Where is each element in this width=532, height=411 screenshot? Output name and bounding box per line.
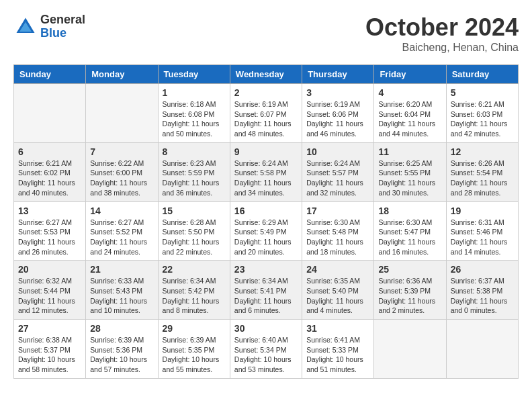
week-row-5: 27Sunrise: 6:38 AM Sunset: 5:37 PM Dayli… bbox=[14, 320, 519, 379]
day-number: 15 bbox=[163, 205, 226, 216]
day-info: Sunrise: 6:19 AM Sunset: 6:06 PM Dayligh… bbox=[306, 99, 369, 139]
day-info: Sunrise: 6:37 AM Sunset: 5:38 PM Dayligh… bbox=[451, 276, 514, 316]
day-info: Sunrise: 6:27 AM Sunset: 5:52 PM Dayligh… bbox=[90, 218, 153, 257]
calendar-cell: 6Sunrise: 6:21 AM Sunset: 6:02 PM Daylig… bbox=[14, 142, 86, 201]
location: Baicheng, Henan, China bbox=[365, 42, 519, 54]
day-info: Sunrise: 6:34 AM Sunset: 5:42 PM Dayligh… bbox=[163, 276, 226, 316]
day-number: 31 bbox=[306, 323, 369, 334]
weekday-header-monday: Monday bbox=[86, 65, 158, 84]
calendar-cell: 19Sunrise: 6:31 AM Sunset: 5:46 PM Dayli… bbox=[446, 201, 518, 261]
day-info: Sunrise: 6:30 AM Sunset: 5:47 PM Dayligh… bbox=[378, 218, 441, 257]
day-number: 13 bbox=[18, 205, 81, 216]
page-header: General Blue October 2024 Baicheng, Hena… bbox=[13, 13, 519, 54]
calendar-cell: 31Sunrise: 6:41 AM Sunset: 5:33 PM Dayli… bbox=[302, 320, 374, 379]
day-number: 11 bbox=[378, 146, 441, 157]
day-info: Sunrise: 6:29 AM Sunset: 5:49 PM Dayligh… bbox=[234, 218, 298, 257]
day-info: Sunrise: 6:40 AM Sunset: 5:34 PM Dayligh… bbox=[234, 335, 298, 375]
day-number: 2 bbox=[234, 87, 298, 98]
calendar-cell: 27Sunrise: 6:38 AM Sunset: 5:37 PM Dayli… bbox=[14, 320, 86, 379]
day-info: Sunrise: 6:18 AM Sunset: 6:08 PM Dayligh… bbox=[163, 99, 226, 139]
day-number: 30 bbox=[234, 323, 298, 334]
calendar-cell bbox=[446, 320, 518, 379]
day-info: Sunrise: 6:39 AM Sunset: 5:35 PM Dayligh… bbox=[163, 335, 226, 375]
calendar-cell: 18Sunrise: 6:30 AM Sunset: 5:47 PM Dayli… bbox=[374, 201, 446, 261]
day-number: 18 bbox=[378, 205, 441, 216]
weekday-header-thursday: Thursday bbox=[302, 65, 374, 84]
calendar-cell: 7Sunrise: 6:22 AM Sunset: 6:00 PM Daylig… bbox=[86, 142, 158, 201]
calendar-cell: 24Sunrise: 6:35 AM Sunset: 5:40 PM Dayli… bbox=[302, 261, 374, 320]
calendar-cell: 11Sunrise: 6:25 AM Sunset: 5:55 PM Dayli… bbox=[374, 142, 446, 201]
day-info: Sunrise: 6:39 AM Sunset: 5:36 PM Dayligh… bbox=[90, 335, 153, 375]
calendar-cell: 1Sunrise: 6:18 AM Sunset: 6:08 PM Daylig… bbox=[158, 84, 230, 143]
day-number: 16 bbox=[234, 205, 298, 216]
calendar-cell: 2Sunrise: 6:19 AM Sunset: 6:07 PM Daylig… bbox=[230, 84, 302, 143]
day-number: 22 bbox=[163, 264, 226, 275]
day-info: Sunrise: 6:25 AM Sunset: 5:55 PM Dayligh… bbox=[378, 158, 441, 198]
calendar-cell: 16Sunrise: 6:29 AM Sunset: 5:49 PM Dayli… bbox=[230, 201, 302, 261]
day-info: Sunrise: 6:26 AM Sunset: 5:54 PM Dayligh… bbox=[451, 158, 514, 198]
day-info: Sunrise: 6:24 AM Sunset: 5:58 PM Dayligh… bbox=[234, 158, 298, 198]
logo-text: General Blue bbox=[40, 13, 85, 40]
calendar-body: 1Sunrise: 6:18 AM Sunset: 6:08 PM Daylig… bbox=[14, 84, 519, 379]
calendar: SundayMondayTuesdayWednesdayThursdayFrid… bbox=[13, 64, 519, 379]
day-info: Sunrise: 6:19 AM Sunset: 6:07 PM Dayligh… bbox=[234, 99, 298, 139]
day-number: 25 bbox=[378, 264, 441, 275]
calendar-cell: 25Sunrise: 6:36 AM Sunset: 5:39 PM Dayli… bbox=[374, 261, 446, 320]
day-number: 7 bbox=[90, 146, 153, 157]
calendar-cell: 17Sunrise: 6:30 AM Sunset: 5:48 PM Dayli… bbox=[302, 201, 374, 261]
day-info: Sunrise: 6:36 AM Sunset: 5:39 PM Dayligh… bbox=[378, 276, 441, 316]
day-info: Sunrise: 6:41 AM Sunset: 5:33 PM Dayligh… bbox=[306, 335, 369, 375]
weekday-header-sunday: Sunday bbox=[14, 65, 86, 84]
day-info: Sunrise: 6:38 AM Sunset: 5:37 PM Dayligh… bbox=[18, 335, 81, 375]
calendar-cell: 15Sunrise: 6:28 AM Sunset: 5:50 PM Dayli… bbox=[158, 201, 230, 261]
calendar-cell: 10Sunrise: 6:24 AM Sunset: 5:57 PM Dayli… bbox=[302, 142, 374, 201]
day-number: 12 bbox=[451, 146, 514, 157]
calendar-cell bbox=[374, 320, 446, 379]
day-number: 3 bbox=[306, 87, 369, 98]
day-info: Sunrise: 6:32 AM Sunset: 5:44 PM Dayligh… bbox=[18, 276, 81, 316]
day-number: 4 bbox=[378, 87, 441, 98]
calendar-cell: 3Sunrise: 6:19 AM Sunset: 6:06 PM Daylig… bbox=[302, 84, 374, 143]
day-number: 9 bbox=[234, 146, 298, 157]
day-number: 29 bbox=[163, 323, 226, 334]
calendar-cell: 9Sunrise: 6:24 AM Sunset: 5:58 PM Daylig… bbox=[230, 142, 302, 201]
day-info: Sunrise: 6:30 AM Sunset: 5:48 PM Dayligh… bbox=[306, 218, 369, 257]
logo-icon bbox=[13, 15, 38, 39]
day-info: Sunrise: 6:34 AM Sunset: 5:41 PM Dayligh… bbox=[234, 276, 298, 316]
calendar-cell: 29Sunrise: 6:39 AM Sunset: 5:35 PM Dayli… bbox=[158, 320, 230, 379]
weekday-header-tuesday: Tuesday bbox=[158, 65, 230, 84]
day-number: 6 bbox=[18, 146, 81, 157]
calendar-cell: 13Sunrise: 6:27 AM Sunset: 5:53 PM Dayli… bbox=[14, 201, 86, 261]
day-number: 8 bbox=[163, 146, 226, 157]
calendar-cell: 28Sunrise: 6:39 AM Sunset: 5:36 PM Dayli… bbox=[86, 320, 158, 379]
calendar-cell: 8Sunrise: 6:23 AM Sunset: 5:59 PM Daylig… bbox=[158, 142, 230, 201]
week-row-3: 13Sunrise: 6:27 AM Sunset: 5:53 PM Dayli… bbox=[14, 201, 519, 261]
day-number: 20 bbox=[18, 264, 81, 275]
calendar-cell: 22Sunrise: 6:34 AM Sunset: 5:42 PM Dayli… bbox=[158, 261, 230, 320]
day-info: Sunrise: 6:24 AM Sunset: 5:57 PM Dayligh… bbox=[306, 158, 369, 198]
weekday-header-wednesday: Wednesday bbox=[230, 65, 302, 84]
day-info: Sunrise: 6:27 AM Sunset: 5:53 PM Dayligh… bbox=[18, 218, 81, 257]
week-row-2: 6Sunrise: 6:21 AM Sunset: 6:02 PM Daylig… bbox=[14, 142, 519, 201]
calendar-cell: 5Sunrise: 6:21 AM Sunset: 6:03 PM Daylig… bbox=[446, 84, 518, 143]
calendar-cell: 12Sunrise: 6:26 AM Sunset: 5:54 PM Dayli… bbox=[446, 142, 518, 201]
day-info: Sunrise: 6:21 AM Sunset: 6:03 PM Dayligh… bbox=[451, 99, 514, 139]
day-info: Sunrise: 6:33 AM Sunset: 5:43 PM Dayligh… bbox=[90, 276, 153, 316]
logo-blue: Blue bbox=[40, 27, 85, 40]
day-number: 26 bbox=[451, 264, 514, 275]
day-info: Sunrise: 6:20 AM Sunset: 6:04 PM Dayligh… bbox=[378, 99, 441, 139]
day-number: 24 bbox=[306, 264, 369, 275]
day-number: 19 bbox=[451, 205, 514, 216]
calendar-cell: 30Sunrise: 6:40 AM Sunset: 5:34 PM Dayli… bbox=[230, 320, 302, 379]
title-area: October 2024 Baicheng, Henan, China bbox=[365, 13, 519, 54]
day-number: 1 bbox=[163, 87, 226, 98]
calendar-cell bbox=[14, 84, 86, 143]
weekday-header-saturday: Saturday bbox=[446, 65, 518, 84]
day-info: Sunrise: 6:21 AM Sunset: 6:02 PM Dayligh… bbox=[18, 158, 81, 198]
calendar-cell: 23Sunrise: 6:34 AM Sunset: 5:41 PM Dayli… bbox=[230, 261, 302, 320]
week-row-1: 1Sunrise: 6:18 AM Sunset: 6:08 PM Daylig… bbox=[14, 84, 519, 143]
logo: General Blue bbox=[13, 13, 85, 40]
day-info: Sunrise: 6:28 AM Sunset: 5:50 PM Dayligh… bbox=[163, 218, 226, 257]
logo-general: General bbox=[40, 13, 85, 27]
weekday-row: SundayMondayTuesdayWednesdayThursdayFrid… bbox=[14, 65, 519, 84]
